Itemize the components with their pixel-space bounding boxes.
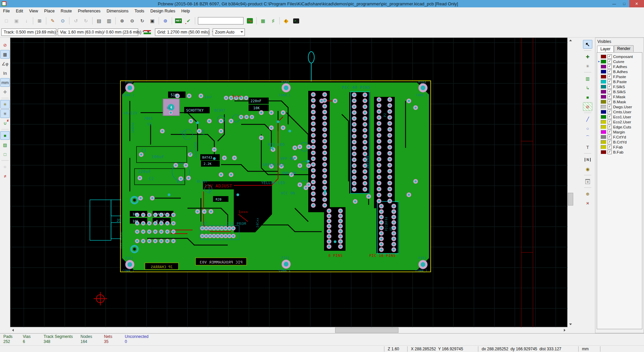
layer-row-cuivre[interactable]: ►✓Cuivre bbox=[597, 59, 642, 64]
tab-layer[interactable]: Layer bbox=[597, 46, 614, 52]
layer-selector-combobox[interactable] bbox=[198, 17, 244, 24]
menu-tools[interactable]: Tools bbox=[131, 7, 147, 15]
layer-color-swatch[interactable] bbox=[601, 75, 606, 79]
layer-row-b-paste[interactable]: ✓B.Paste bbox=[597, 79, 642, 84]
auto-delete-track-icon[interactable]: ∪ bbox=[0, 119, 10, 127]
layer-color-swatch[interactable] bbox=[601, 105, 606, 109]
layer-visibility-checkbox[interactable]: ✓ bbox=[607, 105, 612, 109]
layer-visibility-checkbox[interactable]: ✓ bbox=[607, 84, 612, 89]
cursor-shape-icon[interactable]: ✚ bbox=[0, 87, 10, 96]
layer-visibility-checkbox[interactable]: ✓ bbox=[607, 74, 612, 79]
tracks-sketch-icon[interactable]: ≠ bbox=[0, 172, 10, 180]
layer-color-swatch[interactable] bbox=[601, 60, 606, 64]
tab-render[interactable]: Render bbox=[614, 45, 634, 52]
add-zone-tool-icon[interactable]: ■ bbox=[583, 93, 592, 102]
layer-color-swatch[interactable] bbox=[601, 115, 606, 119]
route-mode-icon[interactable]: ♯ bbox=[268, 16, 278, 25]
layer-visibility-checkbox[interactable]: ✓ bbox=[607, 145, 612, 149]
ratsnest-icon[interactable]: ✳ bbox=[0, 100, 10, 109]
layer-visibility-checkbox[interactable]: ✓ bbox=[607, 90, 612, 94]
pcb-canvas-area[interactable]: 4 P106CONN_1P105CONN_1P104CONN_1P101CONN… bbox=[10, 38, 568, 327]
add-footprint-tool-icon[interactable]: ▥ bbox=[583, 74, 592, 83]
layer-row-edge-cuts[interactable]: ✓Edge.Cuts bbox=[597, 124, 642, 129]
layer-visibility-checkbox[interactable]: ✓ bbox=[607, 150, 612, 154]
menu-dimensions[interactable]: Dimensions bbox=[104, 7, 131, 15]
layer-visibility-checkbox[interactable]: ✓ bbox=[607, 59, 612, 64]
add-dimension-tool-icon[interactable]: N bbox=[583, 155, 592, 164]
layer-row-f-paste[interactable]: ✓F.Paste bbox=[597, 74, 642, 79]
via-size-select[interactable]: Via: 1.60 mm (63.0 mils)/ 0.60 mm (23.6 … bbox=[58, 28, 138, 36]
layer-row-dwgs-user[interactable]: ✓Dwgs.User bbox=[597, 104, 642, 109]
print-preview-icon[interactable]: ⊙ bbox=[58, 16, 67, 25]
plot-icon[interactable]: ▥ bbox=[104, 16, 114, 25]
undo-icon[interactable]: ↺ bbox=[71, 16, 80, 25]
layer-visibility-checkbox[interactable]: ✓ bbox=[607, 115, 612, 119]
layer-row-f-silks[interactable]: ✓F.SilkS bbox=[597, 84, 642, 89]
add-arc-tool-icon[interactable]: ⌒ bbox=[583, 133, 592, 142]
menu-file[interactable]: File bbox=[0, 7, 13, 15]
fast-access-switch-icon[interactable]: ◆ bbox=[281, 16, 291, 25]
close-button[interactable]: ✕ bbox=[629, 0, 644, 7]
layer-color-swatch[interactable] bbox=[601, 150, 606, 154]
layer-visibility-checkbox[interactable]: ✓ bbox=[607, 95, 612, 99]
save-board-icon[interactable]: ↓ bbox=[22, 16, 31, 25]
new-board-icon[interactable]: □ bbox=[2, 16, 11, 25]
edit-drawings-icon[interactable]: ✎ bbox=[48, 16, 57, 25]
layer-visibility-checkbox[interactable]: ✓ bbox=[607, 54, 612, 59]
highlight-net-icon[interactable]: ∿ bbox=[245, 16, 255, 25]
horizontal-scrollbar[interactable] bbox=[10, 327, 568, 333]
add-keepout-tool-icon[interactable]: ⊘ bbox=[583, 102, 592, 111]
minimize-button[interactable]: — bbox=[609, 0, 619, 7]
layer-color-swatch[interactable] bbox=[601, 110, 606, 114]
layer-row-f-adhes[interactable]: ✓F.Adhes bbox=[597, 64, 642, 69]
layer-color-swatch[interactable] bbox=[601, 70, 606, 74]
layer-color-swatch[interactable] bbox=[601, 145, 606, 149]
page-settings-icon[interactable]: ⊞ bbox=[35, 16, 44, 25]
layer-color-swatch[interactable] bbox=[601, 135, 606, 139]
layer-row-f-fab[interactable]: ✓F.Fab bbox=[597, 144, 642, 150]
redo-icon[interactable]: ↻ bbox=[81, 16, 91, 25]
menu-edit[interactable]: Edit bbox=[13, 7, 26, 15]
layer-row-f-mask[interactable]: ✓F.Mask bbox=[597, 94, 642, 99]
highlight-net-tool-icon[interactable]: ✚ bbox=[583, 52, 592, 61]
layer-row-b-silks[interactable]: ✓B.SilkS bbox=[597, 89, 642, 94]
layer-row-cmts-user[interactable]: ✓Cmts.User bbox=[597, 109, 642, 114]
add-track-tool-icon[interactable]: ↳ bbox=[583, 83, 592, 92]
vertical-scrollbar[interactable] bbox=[568, 38, 574, 327]
menu-place[interactable]: Place bbox=[41, 7, 58, 15]
python-console-icon[interactable]: >_ bbox=[291, 16, 301, 25]
track-width-select[interactable]: Track: 0.500 mm (19.69 mils) * bbox=[1, 28, 56, 36]
local-ratsnest-tool-icon[interactable]: ✳ bbox=[583, 62, 592, 70]
scroll-up-icon[interactable] bbox=[568, 38, 573, 43]
layer-visibility-checkbox[interactable]: ✓ bbox=[607, 120, 612, 124]
layer-visibility-checkbox[interactable]: ✓ bbox=[607, 135, 612, 139]
menu-design-rules[interactable]: Design Rules bbox=[147, 7, 178, 15]
zoom-in-icon[interactable]: ⊕ bbox=[117, 16, 127, 25]
scroll-right-icon[interactable] bbox=[562, 327, 568, 333]
hscroll-thumb[interactable] bbox=[335, 328, 398, 333]
pcb-board[interactable]: 4 P106CONN_1P105CONN_1P104CONN_1P101CONN… bbox=[120, 81, 431, 273]
layer-visibility-checkbox[interactable]: ✓ bbox=[607, 79, 612, 84]
layer-row-b-mask[interactable]: ✓B.Mask bbox=[597, 99, 642, 104]
module-ratsnest-icon[interactable]: ✳ bbox=[0, 109, 10, 118]
layer-color-swatch[interactable] bbox=[601, 120, 606, 124]
select-tool-icon[interactable]: ↖ bbox=[583, 40, 592, 49]
layer-row-composant[interactable]: ✓Composant bbox=[597, 54, 642, 59]
drc-icon[interactable]: ✔ bbox=[184, 16, 193, 25]
layer-visibility-checkbox[interactable]: ✓ bbox=[607, 64, 612, 69]
layer-visibility-checkbox[interactable]: ✓ bbox=[607, 100, 612, 104]
drc-off-icon[interactable]: ⊘ bbox=[0, 41, 10, 49]
layer-color-swatch[interactable] bbox=[601, 95, 606, 99]
pcb-canvas[interactable]: 4 P106CONN_1P105CONN_1P104CONN_1P101CONN… bbox=[10, 38, 568, 328]
zones-hidden-icon[interactable]: □ bbox=[0, 150, 10, 159]
layer-color-swatch[interactable] bbox=[601, 140, 606, 144]
zoom-fit-icon[interactable]: ▣ bbox=[148, 16, 157, 25]
layer-color-swatch[interactable] bbox=[601, 65, 606, 69]
add-text-tool-icon[interactable]: T bbox=[583, 143, 592, 152]
units-mm-icon[interactable]: mm bbox=[0, 78, 10, 87]
netlist-icon[interactable]: NET bbox=[174, 16, 183, 25]
layer-color-swatch[interactable] bbox=[601, 55, 606, 59]
zones-filled-icon[interactable]: ■ bbox=[0, 131, 10, 140]
add-line-tool-icon[interactable]: ╱ bbox=[583, 115, 592, 123]
layer-color-swatch[interactable] bbox=[601, 85, 606, 89]
